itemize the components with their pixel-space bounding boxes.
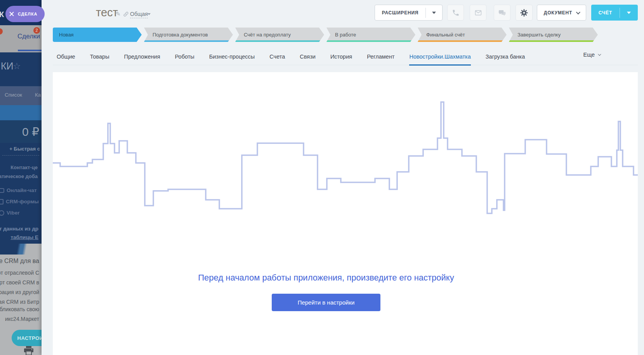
deal-slider-panel: тест ✎ Общая РАСШИРЕНИЯ	[42, 0, 644, 355]
dashed-divider	[2, 155, 39, 156]
stage-color-strip	[509, 40, 598, 42]
tab[interactable]: Связи	[300, 48, 316, 65]
close-slider-pill[interactable]: СДЕЛКА	[5, 6, 45, 22]
gear-icon	[520, 9, 528, 17]
close-pill-label: СДЕЛКА	[18, 12, 37, 16]
chevron-down-icon[interactable]	[432, 12, 436, 14]
contact-center-line: Контакт-це	[10, 165, 38, 170]
section-transition	[0, 244, 42, 255]
stage-color-strip	[418, 40, 507, 42]
crm-market-line[interactable]: вые CRM для ва	[0, 258, 39, 265]
mail-button[interactable]	[470, 5, 486, 21]
deal-stage[interactable]: Счёт на предоплату	[235, 28, 324, 42]
background-letter-fragment: К	[0, 10, 4, 19]
tab[interactable]: Предложения	[124, 48, 160, 65]
stage-filter-band	[0, 105, 42, 120]
deal-title[interactable]: тест	[96, 6, 118, 19]
background-page-title-fragment: КИ	[1, 61, 14, 72]
import-data-line: орт данных из др	[0, 226, 38, 232]
copy-link-icon[interactable]	[123, 11, 129, 19]
invoice-button[interactable]: СЧЁТ	[591, 5, 638, 21]
view-tab-kanban-fragment[interactable]: Ка	[35, 92, 41, 98]
crm-market-section: вые CRM для ваорт отраслевой Сорт своей …	[0, 255, 42, 355]
settings-button[interactable]	[516, 5, 533, 21]
stage-label: Новая	[59, 32, 74, 38]
channel-label: Viber	[7, 210, 20, 216]
printer-icon[interactable]	[23, 346, 34, 355]
deal-tabs: ОбщиеТоварыПредложенияРоботыБизнес-проце…	[53, 48, 638, 65]
crm-market-line[interactable]: бликовать свою	[0, 306, 39, 312]
menu-item-deals[interactable]: Сделки	[17, 33, 40, 40]
tab[interactable]: Новостройки.Шахматка	[409, 48, 470, 65]
chevron-down-icon	[148, 13, 151, 15]
crm-market-line[interactable]: рация из другой	[0, 289, 39, 295]
crm-market-line[interactable]: орт своей CRM в	[0, 279, 39, 286]
channel-item[interactable]: CRM-формы	[0, 196, 39, 207]
stage-label: Завершить сделку	[517, 32, 561, 38]
deal-stage[interactable]: Завершить сделку	[509, 28, 598, 42]
skyline-line	[53, 102, 638, 213]
setup-message: Перед началом работы приложения, произве…	[198, 273, 454, 283]
background-page-strip: К Сделки 2 КИ ☆ Список Ка 0 ₽ + Быстрая …	[0, 0, 42, 355]
deal-stage[interactable]: Финальный счёт	[418, 28, 507, 42]
deals-total-amount: 0 ₽	[22, 125, 39, 139]
favorite-star-icon[interactable]: ☆	[13, 61, 21, 71]
tab[interactable]: Счета	[269, 48, 285, 65]
deal-stage-bar: Новая Подготовка документов Счёт на пред…	[53, 28, 598, 42]
deal-stage[interactable]: В работе	[326, 28, 415, 42]
tab[interactable]: Общие	[57, 48, 75, 65]
edit-title-icon[interactable]: ✎	[116, 10, 121, 17]
deals-count-badge: 2	[33, 27, 40, 34]
import-table-link[interactable]: таблицы E	[10, 234, 38, 240]
view-tab-list[interactable]: Список	[5, 92, 22, 98]
crm-market-lines: вые CRM для ваорт отраслевой Сорт своей …	[0, 258, 39, 326]
close-icon[interactable]	[9, 11, 14, 17]
stage-label: В работе	[335, 32, 356, 38]
channel-label: Онлайн-чат	[7, 187, 37, 193]
viber-icon	[0, 210, 4, 216]
go-to-settings-button[interactable]: Перейти в настройки	[272, 294, 380, 311]
deal-stage[interactable]: Подготовка документов	[144, 28, 233, 42]
phone-button[interactable]	[447, 5, 464, 21]
mail-icon	[474, 9, 482, 17]
app-content: Перед началом работы приложения, произве…	[53, 72, 638, 355]
stage-label: Подготовка документов	[153, 32, 208, 38]
stage-color-strip	[144, 40, 233, 42]
configure-button[interactable]: НАСТРОИ	[12, 330, 42, 346]
crm-market-line[interactable]: орт отраслевой С	[0, 270, 39, 276]
channel-list: Онлайн-чат CRM-формы Viber	[0, 185, 39, 218]
deal-stage[interactable]: Новая	[53, 28, 142, 42]
tab[interactable]: Роботы	[175, 48, 194, 65]
contact-center-line: матическое доба	[0, 173, 38, 179]
channel-item[interactable]: Viber	[0, 207, 39, 218]
funnel-selector[interactable]: Общая	[130, 11, 148, 18]
stage-label: Счёт на предоплату	[244, 32, 291, 38]
tab-more[interactable]: Еще	[583, 52, 600, 58]
stage-color-strip	[326, 40, 415, 42]
active-menu-underline	[18, 50, 42, 51]
tab[interactable]: Товары	[90, 48, 109, 65]
crm-market-line[interactable]: вая CRM из Битр	[0, 299, 39, 305]
tab[interactable]: Загрузка банка	[486, 48, 525, 65]
chat-bubble-icon	[0, 188, 4, 193]
tab[interactable]: Регламент	[367, 48, 394, 65]
crm-market-line[interactable]: икс24.Маркет	[0, 316, 39, 322]
quick-deal-link[interactable]: + Быстрая с	[9, 146, 40, 152]
chat-bubbles-icon	[498, 9, 506, 17]
chevron-down-icon	[576, 10, 580, 14]
crm-form-icon	[0, 199, 3, 204]
stage-color-strip	[235, 40, 324, 42]
channel-item[interactable]: Онлайн-чат	[0, 185, 39, 196]
extensions-button[interactable]: РАСШИРЕНИЯ	[375, 5, 443, 21]
chat-button[interactable]	[494, 5, 510, 21]
tab[interactable]: Бизнес-процессы	[209, 48, 255, 65]
phone-icon	[452, 9, 460, 17]
document-button[interactable]: ДОКУМЕНТ	[537, 5, 586, 21]
tab[interactable]: История	[330, 48, 352, 65]
chevron-down-icon[interactable]	[627, 12, 631, 14]
channel-label: CRM-формы	[6, 199, 39, 204]
stage-label: Финальный счёт	[426, 32, 465, 38]
